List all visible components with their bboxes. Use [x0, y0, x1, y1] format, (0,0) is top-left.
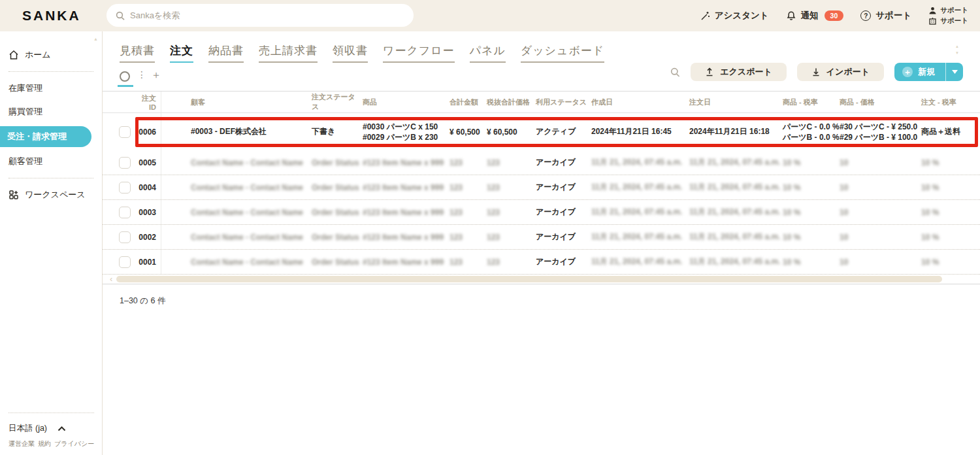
order-id-cell: 0001 [137, 250, 161, 274]
sidebar-scroll-up-icon: ▲ [93, 37, 98, 41]
sidebar-item-orders-billing[interactable]: 受注・請求管理 [0, 126, 91, 147]
column-header-order-status[interactable]: 注文ステータス [312, 92, 363, 112]
table-body: 0006#0003 - DEF株式会社下書き#0030 パーツC x 150#0… [103, 113, 980, 275]
new-label: 新規 [918, 66, 935, 78]
row-checkbox[interactable] [119, 256, 131, 268]
checkbox-cell [103, 175, 137, 199]
table-row[interactable]: 0004Contact Name - Contact NameOrder Sta… [103, 175, 980, 200]
customer-cell: Contact Name - Contact Name [161, 183, 312, 192]
sidebar-item-label: ワークスペース [25, 189, 86, 201]
product-tax-cell: 10 % [783, 232, 840, 243]
assistant-button[interactable]: アシスタント [700, 10, 769, 22]
table-row[interactable]: 0003Contact Name - Contact NameOrder Sta… [103, 200, 980, 225]
total-cell: 123 [444, 158, 487, 167]
plus-icon: ＋ [902, 67, 913, 77]
new-dropdown-caret[interactable] [945, 63, 963, 81]
row-checkbox[interactable] [119, 182, 131, 194]
view-tab-icon[interactable] [120, 71, 130, 82]
tab-2[interactable]: 納品書 [208, 43, 244, 63]
column-header-order-id[interactable]: 注文ID [137, 92, 161, 112]
usage-status-cell: アーカイブ [536, 157, 591, 168]
table-row[interactable]: 0006#0003 - DEF株式会社下書き#0030 パーツC x 150#0… [103, 113, 980, 150]
column-header-product-price[interactable]: 商品 - 価格 [840, 97, 921, 107]
new-button[interactable]: ＋ 新規 [894, 63, 945, 81]
app-logo[interactable]: SANKA [0, 8, 103, 24]
column-header-order-tax[interactable]: 注文 - 税率 [921, 97, 980, 107]
order-status-cell: Order Status [312, 183, 363, 192]
column-header-product-tax[interactable]: 商品 - 税率 [783, 97, 840, 107]
scrollbar-thumb[interactable] [116, 276, 942, 282]
tab-1[interactable]: 注文 [170, 43, 193, 63]
sidebar-item-label: 受注・請求管理 [7, 131, 67, 143]
sidebar-item-customers[interactable]: 顧客管理 [0, 150, 102, 173]
add-view-icon[interactable]: ＋ [151, 69, 161, 82]
product-line: #0030 パーツC x 150 [363, 122, 444, 132]
tab-0[interactable]: 見積書 [120, 43, 155, 63]
footer-links: 運営企業 規約 プライバシー [0, 438, 103, 450]
order-date-cell: 11月 21, 2024, 07:45 a.m. [689, 157, 783, 168]
created-date-cell: 11月 21, 2024, 07:45 a.m. [591, 207, 689, 218]
column-header-created[interactable]: 作成日 [591, 97, 689, 107]
tab-3[interactable]: 売上請求書 [259, 43, 318, 63]
sidebar-item-label: 在庫管理 [8, 82, 42, 94]
account-menu[interactable]: サポート サポート [928, 6, 968, 25]
created-date-cell: 2024年11月21日 16:45 [591, 126, 689, 137]
subtotal-cell: 123 [487, 233, 536, 242]
footer-link-terms[interactable]: 規約 [38, 439, 51, 448]
sidebar-item-home[interactable]: ホーム [0, 43, 102, 67]
footer-link-privacy[interactable]: プライバシー [54, 439, 94, 448]
notifications-button[interactable]: 通知 30 [786, 10, 844, 22]
column-header-subtotal[interactable]: 税抜合計価格 [487, 97, 536, 107]
order-id-cell: 0004 [137, 175, 161, 199]
row-checkbox[interactable] [119, 157, 131, 169]
table-row[interactable]: 0001Contact Name - Contact NameOrder Sta… [103, 250, 980, 275]
table-search-icon[interactable] [670, 67, 680, 77]
tax-line: 10 % [783, 232, 840, 243]
tab-7[interactable]: ダッシュボード [521, 43, 604, 63]
vscroll-up-icon[interactable]: ▲ [955, 44, 959, 48]
row-checkbox[interactable] [119, 231, 131, 243]
column-header-order-date[interactable]: 注文日 [689, 97, 783, 107]
column-header-usage-status[interactable]: 利用ステータス [536, 97, 591, 107]
language-selector[interactable]: 日本語 (ja) [0, 418, 103, 438]
total-cell: 123 [444, 208, 487, 217]
customer-cell: Contact Name - Contact Name [161, 158, 312, 167]
language-label: 日本語 (ja) [8, 423, 47, 434]
table-row[interactable]: 0005Contact Name - Contact NameOrder Sta… [103, 150, 980, 175]
view-options-icon[interactable]: ⋮ [137, 69, 146, 80]
support-button[interactable]: ? サポート [860, 10, 911, 22]
order-tax-cell: 10 % [921, 258, 980, 267]
row-checkbox[interactable] [119, 126, 131, 138]
table-header: 注文ID 顧客 注文ステータス 商品 合計金額 税抜合計価格 利用ステータス 作… [103, 92, 980, 113]
product-cell: #0030 パーツC x 150#0029 パーツB x 230 [363, 122, 444, 143]
scroll-left-icon[interactable]: ‹ [110, 275, 112, 283]
created-date-cell: 11月 21, 2024, 07:45 a.m. [591, 182, 689, 193]
price-line: 10 [840, 182, 921, 193]
export-icon [705, 67, 714, 76]
tab-6[interactable]: パネル [470, 43, 506, 63]
subtotal-cell: ¥ 60,500 [487, 127, 536, 137]
total-cell: 123 [444, 233, 487, 242]
table-row[interactable]: 0002Contact Name - Contact NameOrder Sta… [103, 225, 980, 250]
column-header-product[interactable]: 商品 [363, 97, 444, 107]
sidebar: ▲ ホーム 在庫管理 購買管理 受注・請求管理 顧客管理 [0, 31, 103, 455]
sidebar-item-purchasing[interactable]: 購買管理 [0, 100, 102, 124]
order-date-cell: 11月 21, 2024, 07:45 a.m. [689, 256, 783, 267]
search-input[interactable] [130, 10, 414, 20]
global-search[interactable] [106, 4, 414, 27]
footer-link-company[interactable]: 運営企業 [8, 439, 35, 448]
usage-status-cell: アーカイブ [536, 182, 591, 193]
import-button[interactable]: インポート [797, 63, 884, 81]
tab-5[interactable]: ワークフロー [383, 43, 455, 63]
sidebar-item-inventory[interactable]: 在庫管理 [0, 76, 102, 100]
column-header-customer[interactable]: 顧客 [161, 97, 312, 107]
row-checkbox[interactable] [119, 207, 131, 218]
column-header-total[interactable]: 合計金額 [444, 97, 487, 107]
vscroll-down-icon[interactable]: ▼ [955, 51, 959, 55]
order-id-cell: 0002 [137, 225, 161, 249]
tab-4[interactable]: 領収書 [333, 43, 368, 63]
divider [8, 413, 94, 413]
sidebar-item-workspace[interactable]: ワークスペース [0, 183, 102, 207]
export-button[interactable]: エクスポート [691, 63, 787, 81]
usage-status-cell: アーカイブ [536, 231, 591, 243]
